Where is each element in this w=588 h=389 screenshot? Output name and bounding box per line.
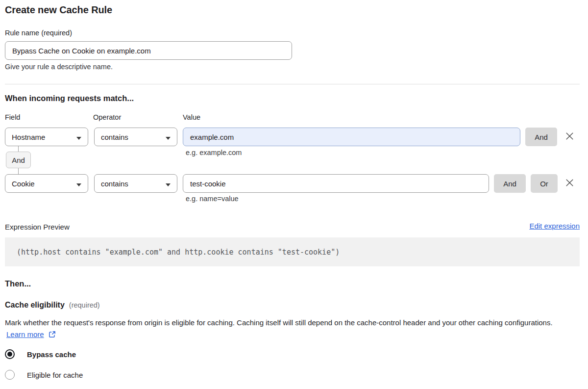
cache-eligibility-heading-row: Cache eligibility (required) (5, 301, 100, 310)
value-input-row2[interactable] (183, 174, 489, 193)
close-icon (564, 178, 575, 189)
then-heading: Then... (5, 279, 31, 288)
edit-expression-link[interactable]: Edit expression (529, 222, 580, 230)
field-select-row1-value: Hostname (12, 133, 45, 141)
rule-name-input[interactable] (5, 41, 292, 60)
eligibility-description-text: Mark whether the request's response from… (5, 318, 553, 327)
cache-eligibility-heading: Cache eligibility (5, 301, 65, 310)
remove-condition-button-row2[interactable] (563, 177, 576, 190)
operator-select-row2[interactable]: contains (94, 174, 177, 193)
learn-more-link[interactable]: Learn more (6, 330, 44, 338)
chevron-down-icon (76, 133, 81, 141)
field-select-row2[interactable]: Cookie (5, 174, 88, 193)
operator-select-row1[interactable]: contains (94, 128, 177, 146)
or-button-row2[interactable]: Or (531, 174, 558, 193)
section-divider (5, 84, 580, 84)
field-select-row2-value: Cookie (12, 180, 35, 188)
rule-name-label: Rule name (required) (5, 29, 72, 37)
value-input-row1[interactable] (183, 128, 520, 146)
and-button-row2[interactable]: And (494, 174, 526, 193)
operator-select-row2-value: contains (101, 180, 128, 188)
operator-select-row1-value: contains (101, 133, 128, 141)
operator-column-label: Operator (93, 113, 121, 121)
expression-preview-label: Expression Preview (5, 223, 70, 231)
chevron-down-icon (166, 133, 171, 141)
field-column-label: Field (5, 113, 20, 121)
match-heading: When incoming requests match... (5, 94, 134, 103)
radio-option-bypass-cache[interactable]: Bypass cache (5, 349, 76, 359)
expression-code-block: (http.host contains "example.com" and ht… (5, 237, 580, 266)
radio-option-label: Bypass cache (27, 350, 76, 359)
and-button-row1[interactable]: And (525, 128, 557, 146)
value-hint-row1: e.g. example.com (186, 149, 242, 156)
remove-condition-button-row1[interactable] (563, 130, 576, 144)
radio-option-eligible-for-cache[interactable]: Eligible for cache (5, 370, 83, 380)
expression-code: (http.host contains "example.com" and ht… (17, 248, 340, 257)
external-link-icon (49, 330, 56, 341)
radio-option-label: Eligible for cache (27, 371, 83, 379)
connector-and-button[interactable]: And (6, 152, 31, 168)
page-title: Create new Cache Rule (5, 4, 112, 16)
chevron-down-icon (166, 180, 171, 188)
radio-unselected-icon (5, 370, 15, 380)
required-badge: (required) (69, 301, 100, 309)
value-hint-row2: e.g. name=value (186, 195, 239, 203)
rule-name-helper: Give your rule a descriptive name. (5, 63, 113, 71)
eligibility-description: Mark whether the request's response from… (5, 317, 567, 341)
radio-selected-icon (5, 349, 15, 359)
field-select-row1[interactable]: Hostname (5, 128, 88, 146)
value-column-label: Value (183, 113, 200, 121)
chevron-down-icon (76, 180, 81, 188)
close-icon (564, 131, 575, 143)
create-cache-rule-page: Create new Cache Rule Rule name (require… (0, 0, 588, 389)
